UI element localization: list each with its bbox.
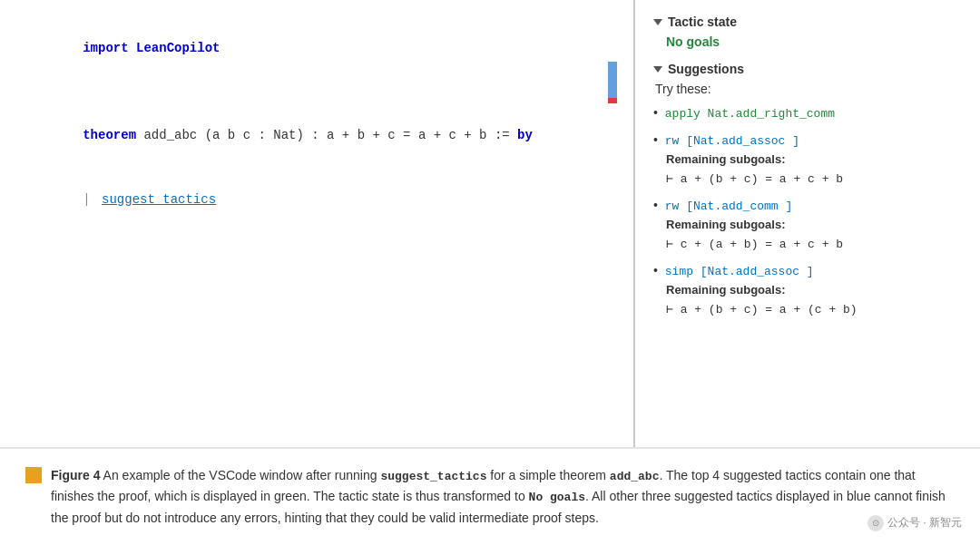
suggestion-item-1: • apply Nat.add_right_comm	[653, 103, 962, 123]
suggestions-header: Suggestions	[653, 62, 962, 76]
editor-theorem-sig: add_abc (a b c : Nat) : a + b + c = a + …	[136, 128, 517, 142]
tactic-state-header: Tactic state	[653, 15, 962, 29]
tactic-state-label: Tactic state	[668, 15, 737, 29]
editor-blank-line	[22, 83, 612, 101]
figure-label: Figure 4	[51, 468, 100, 482]
editor-line-2: theorem add_abc (a b c : Nat) : a + b + …	[22, 104, 612, 165]
caption-code3: No goals	[529, 491, 585, 504]
tactic-panel: Tactic state No goals Suggestions Try th…	[635, 0, 980, 447]
suggestion-item-3: • rw [Nat.add_comm ] Remaining subgoals:…	[653, 196, 962, 254]
watermark-text: 公众号 · 新智元	[887, 514, 962, 532]
bullet-1: •	[653, 105, 658, 120]
keyword-import: import LeanCopilot	[83, 41, 220, 55]
keyword-by: by	[517, 128, 533, 142]
watermark-icon: ⊙	[867, 515, 884, 531]
caption-code2: add_abc	[610, 470, 660, 483]
no-goals-label: No goals	[666, 34, 962, 49]
try-these-label: Try these:	[655, 82, 962, 96]
subgoal-4: ⊢ a + (b + c) = a + (c + b)	[666, 303, 858, 316]
subgoal-header-3: Remaining subgoals:	[666, 218, 785, 231]
suggestion-item-4: • simp [Nat.add_assoc ] Remaining subgoa…	[653, 261, 962, 319]
editor-line-1: import LeanCopilot	[22, 18, 612, 79]
subgoal-3: ⊢ c + (a + b) = a + c + b	[666, 238, 843, 251]
tactic-green-1: apply Nat.add_right_comm	[665, 107, 835, 121]
suggestions-label: Suggestions	[668, 62, 744, 76]
tactic-blue-4: simp [Nat.add_assoc ]	[665, 265, 814, 278]
bullet-3: •	[653, 198, 658, 212]
bullet-2: •	[653, 132, 658, 147]
caption-row: Figure 4 An example of the VSCode window…	[25, 465, 955, 529]
caption-text: Figure 4 An example of the VSCode window…	[51, 465, 955, 529]
editor-cursor-red	[608, 98, 617, 103]
code-panel: import LeanCopilot theorem add_abc (a b …	[0, 0, 980, 448]
figure-icon	[25, 467, 42, 483]
bullet-4: •	[653, 263, 658, 277]
suggest-tactics-text[interactable]: suggest_tactics	[102, 192, 216, 207]
subgoal-2: ⊢ a + (b + c) = a + c + b	[666, 172, 843, 186]
keyword-theorem: theorem	[83, 128, 136, 142]
caption-area: Figure 4 An example of the VSCode window…	[0, 448, 980, 545]
subgoal-header-4: Remaining subgoals:	[666, 283, 785, 297]
tactic-blue-3: rw [Nat.add_comm ]	[665, 200, 792, 213]
subgoal-header-2: Remaining subgoals:	[666, 152, 785, 166]
triangle-down-icon	[653, 19, 662, 25]
main-container: import LeanCopilot theorem add_abc (a b …	[0, 0, 980, 545]
watermark: ⊙ 公众号 · 新智元	[867, 514, 962, 532]
caption-code1: suggest_tactics	[380, 470, 486, 483]
caption-text2: for a simple theorem	[486, 468, 609, 482]
caption-text1: An example of the VSCode window after ru…	[100, 468, 380, 482]
editor-cursor-blue	[608, 62, 617, 98]
editor-line-3: | suggest_tactics	[22, 169, 612, 229]
suggestions-triangle-icon	[653, 66, 662, 73]
suggestion-list: • apply Nat.add_right_comm • rw [Nat.add…	[653, 103, 962, 319]
suggestion-item-2: • rw [Nat.add_assoc ] Remaining subgoals…	[653, 131, 962, 189]
line-bar: |	[83, 192, 90, 207]
editor-area[interactable]: import LeanCopilot theorem add_abc (a b …	[0, 0, 635, 447]
tactic-blue-2: rw [Nat.add_assoc ]	[665, 134, 799, 148]
